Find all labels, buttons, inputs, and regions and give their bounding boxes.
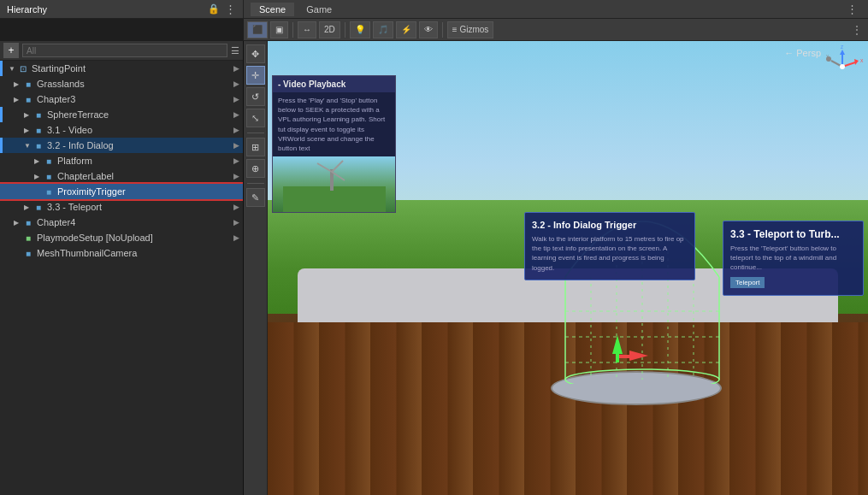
toolbar-sep-2: [247, 183, 264, 184]
cube-icon: ■: [32, 201, 44, 213]
expand-arrow: [233, 64, 239, 73]
svg-text:Z: Z: [841, 45, 843, 50]
hierarchy-header: Hierarchy 🔒 ⋮: [0, 0, 244, 18]
hierarchy-item-info-dialog[interactable]: ■ 3.2 - Info Dialog: [0, 138, 243, 153]
video-panel: - Video Playback Press the 'Play' and 'S…: [272, 75, 396, 213]
platform-label: Platform: [57, 156, 92, 166]
top-bar: Hierarchy 🔒 ⋮ Scene Game ⋮: [0, 0, 868, 19]
shaded-mode-btn[interactable]: ⬛: [247, 21, 268, 38]
arrow-up-green: [612, 335, 623, 354]
hierarchy-item-teleport[interactable]: ■ 3.3 - Teleport: [0, 199, 243, 215]
toolbar-sep-1: [247, 133, 264, 133]
cube-icon: ■: [22, 247, 34, 259]
hierarchy-search[interactable]: [22, 44, 227, 57]
scene-header-icons: ⋮: [847, 3, 861, 15]
hierarchy-item-playmode-setup[interactable]: ■ PlaymodeSetup [NoUpload]: [0, 230, 243, 245]
arrow-right-shaft: [619, 355, 629, 358]
teleport-panel: 3.3 - Teleport to Turb... Press the 'Tel…: [723, 221, 864, 296]
hierarchy-item-sphere-terrace[interactable]: ■ SphereTerrace: [0, 107, 243, 122]
rotate-tool-btn[interactable]: ↺: [246, 87, 265, 106]
scene-left-toolbar: ✥ ✛ ↺ ⤡ ⊞ ⊕ ✎: [244, 41, 268, 495]
scene-options-btn[interactable]: ⋮: [849, 22, 865, 38]
hierarchy-item-grasslands[interactable]: ■ Grasslands: [0, 76, 243, 91]
2d-mode-btn[interactable]: 2D: [319, 21, 340, 38]
custom-tool-btn[interactable]: ✎: [246, 188, 265, 207]
persp-label: ← Persp: [784, 48, 821, 58]
wireframe-btn[interactable]: ▣: [270, 21, 288, 38]
effects-btn[interactable]: ⚡: [396, 21, 416, 38]
svg-line-15: [332, 172, 345, 180]
info-dialog-panel: 3.2 - Info Dialog Trigger Walk to the in…: [524, 212, 695, 280]
info-dialog-label: 3.2 - Info Dialog: [47, 140, 114, 150]
video-panel-body: Press the 'Play' and 'Stop' button below…: [273, 92, 395, 156]
playmode-setup-label: PlaymodeSetup [NoUpload]: [37, 233, 153, 243]
scene-game-header: Scene Game ⋮: [244, 0, 868, 18]
cube-icon: ■: [43, 186, 55, 197]
info-dialog-text: Walk to the interior platform to 15 metr…: [532, 234, 688, 273]
hierarchy-label: Hierarchy: [7, 4, 47, 15]
proximity-trigger-label: ProximityTrigger: [57, 186, 126, 197]
svg-rect-11: [283, 186, 386, 212]
teleport-title: 3.3 - Teleport to Turb...: [730, 228, 856, 240]
cube-icon: ■: [43, 155, 55, 167]
chapter-label-label: ChapterLabel: [57, 171, 114, 181]
hierarchy-item-starting-point[interactable]: ⊡ StartingPoint: [0, 61, 243, 76]
scene-toolbar: ⬛ ▣ ↔ 2D 💡 🎵 ⚡ 👁 ≡ Gizmos ⋮: [244, 19, 868, 41]
chapter4-label: Chapter4: [37, 217, 75, 227]
sphere-terrace-label: SphereTerrace: [47, 109, 109, 120]
lighting-btn[interactable]: 💡: [350, 21, 370, 38]
rect-tool-btn[interactable]: ⊞: [246, 138, 265, 156]
hand-tool-btn[interactable]: ✥: [246, 44, 265, 63]
2d-toggle-btn[interactable]: ↔: [298, 21, 316, 38]
expand-arrow: [233, 95, 239, 103]
expand-arrow: [233, 172, 239, 180]
hierarchy-item-proximity-trigger[interactable]: ■ ProximityTrigger: [0, 184, 243, 199]
hierarchy-add-btn[interactable]: +: [3, 43, 19, 58]
hierarchy-item-mesh-thumbnail[interactable]: ■ MeshThumbnailCamera: [0, 245, 243, 261]
hierarchy-item-video[interactable]: ■ 3.1 - Video: [0, 122, 243, 138]
transform-tool-btn[interactable]: ⊕: [246, 159, 265, 178]
expand-arrow: [233, 126, 239, 134]
mesh-thumbnail-label: MeshThumbnailCamera: [37, 248, 137, 258]
hierarchy-panel: + ☰ ⊡ StartingPoint ■ Grasslands: [0, 41, 244, 495]
scene-menu-icon[interactable]: ⋮: [847, 3, 858, 15]
expand-arrow: [233, 233, 239, 242]
arrow-right-red: [629, 351, 648, 361]
chapter3-label: Chapter3: [37, 94, 75, 104]
hierarchy-item-chapter4[interactable]: ■ Chapter4: [0, 215, 243, 230]
windmill-svg: [283, 156, 386, 212]
audio-btn[interactable]: 🎵: [373, 21, 393, 38]
hierarchy-menu-icon[interactable]: ⋮: [225, 3, 236, 15]
expand-arrow: [233, 156, 239, 165]
video-label: 3.1 - Video: [47, 125, 92, 135]
main-layout: + ☰ ⊡ StartingPoint ■ Grasslands: [0, 41, 868, 495]
lock-icon[interactable]: 🔒: [208, 3, 220, 15]
tab-scene[interactable]: Scene: [251, 3, 294, 16]
hierarchy-list: ⊡ StartingPoint ■ Grasslands ■ Chapter3: [0, 61, 243, 495]
hierarchy-filter-icon[interactable]: ☰: [231, 45, 239, 56]
video-panel-header: - Video Playback: [273, 76, 395, 92]
move-tool-btn[interactable]: ✛: [246, 66, 265, 85]
scene-content: - Video Playback Press the 'Play' and 'S…: [268, 41, 868, 495]
scene-vis-btn[interactable]: 👁: [419, 21, 438, 38]
scene-gizmo: Z X Y: [821, 45, 864, 88]
hierarchy-item-platform[interactable]: ■ Platform: [0, 153, 243, 168]
tab-game[interactable]: Game: [298, 3, 340, 16]
windmill-image: [273, 156, 395, 212]
teleport-button[interactable]: Teleport: [730, 277, 765, 288]
starting-point-label: StartingPoint: [32, 63, 86, 74]
hierarchy-toolbar: + ☰: [0, 41, 243, 61]
cube-icon: ■: [32, 124, 44, 136]
cube-icon: ■: [22, 93, 34, 105]
svg-marker-17: [840, 50, 845, 55]
prefab-icon: ■: [22, 232, 34, 244]
hierarchy-item-chapter3[interactable]: ■ Chapter3: [0, 91, 243, 107]
gizmos-btn[interactable]: ≡ Gizmos: [447, 21, 494, 38]
cube-icon: ■: [43, 170, 55, 182]
svg-line-13: [317, 163, 332, 172]
scene-panel: ✥ ✛ ↺ ⤡ ⊞ ⊕ ✎: [244, 41, 868, 495]
hierarchy-item-chapter-label[interactable]: ■ ChapterLabel: [0, 168, 243, 184]
svg-line-14: [332, 161, 343, 172]
scale-tool-btn[interactable]: ⤡: [246, 109, 265, 127]
expand-arrow: [233, 141, 239, 150]
